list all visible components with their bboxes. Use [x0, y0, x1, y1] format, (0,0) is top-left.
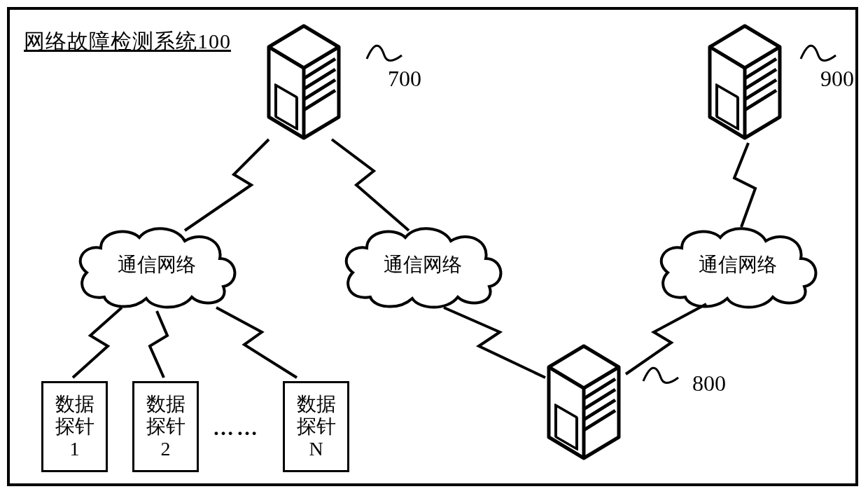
server-700 — [262, 22, 346, 144]
probe-text: 探针 — [285, 415, 347, 438]
link-zigzag — [178, 136, 276, 234]
cloud-label: 通信网络 — [654, 252, 822, 278]
probe-text: 1 — [43, 438, 106, 460]
svg-line-24 — [584, 400, 615, 420]
cloud-network-3: 通信网络 — [654, 220, 822, 311]
link-zigzag — [325, 136, 416, 234]
svg-line-25 — [584, 411, 615, 430]
server-icon — [542, 343, 626, 462]
server-icon — [262, 22, 346, 142]
svg-line-1 — [269, 47, 304, 68]
svg-line-15 — [745, 80, 776, 99]
diagram-frame: 网络故障检测系统100 700 — [7, 7, 858, 486]
svg-line-2 — [304, 47, 339, 68]
probe-text: 2 — [134, 438, 197, 460]
svg-line-14 — [745, 69, 776, 89]
ellipsis-dots: …… — [213, 416, 260, 440]
label-900: 900 — [820, 66, 854, 92]
probe-text: 数据 — [285, 393, 347, 415]
server-800 — [542, 343, 626, 464]
svg-line-19 — [549, 367, 584, 388]
probe-text: 探针 — [43, 415, 106, 438]
curve-mark-900 — [797, 38, 839, 66]
link-zigzag — [209, 304, 300, 381]
svg-line-11 — [745, 47, 780, 68]
cloud-label: 通信网络 — [73, 252, 241, 278]
link-zigzag — [437, 304, 549, 381]
svg-line-10 — [710, 47, 745, 68]
svg-line-6 — [304, 80, 335, 99]
svg-line-23 — [584, 390, 615, 409]
svg-line-7 — [304, 90, 335, 110]
data-probe-2: 数据 探针 2 — [132, 381, 199, 472]
link-zigzag — [724, 139, 766, 230]
svg-line-5 — [304, 69, 335, 89]
svg-line-22 — [584, 379, 615, 399]
probe-text: 数据 — [43, 393, 106, 415]
probe-text: 数据 — [134, 393, 197, 415]
link-zigzag — [66, 304, 129, 381]
link-zigzag — [143, 308, 178, 381]
server-icon — [703, 22, 787, 142]
cloud-label: 通信网络 — [339, 252, 507, 278]
probe-text: N — [285, 438, 347, 460]
system-title: 网络故障检测系统100 — [24, 27, 231, 56]
curve-mark-700 — [363, 38, 405, 66]
svg-line-16 — [745, 90, 776, 110]
server-900 — [703, 22, 787, 144]
data-probe-1: 数据 探针 1 — [41, 381, 108, 472]
svg-line-20 — [584, 367, 619, 388]
svg-line-13 — [745, 59, 776, 78]
label-700: 700 — [388, 66, 421, 92]
probe-text: 探针 — [134, 415, 197, 438]
svg-line-4 — [304, 59, 335, 78]
link-zigzag — [619, 301, 710, 378]
data-probe-n: 数据 探针 N — [283, 381, 349, 472]
